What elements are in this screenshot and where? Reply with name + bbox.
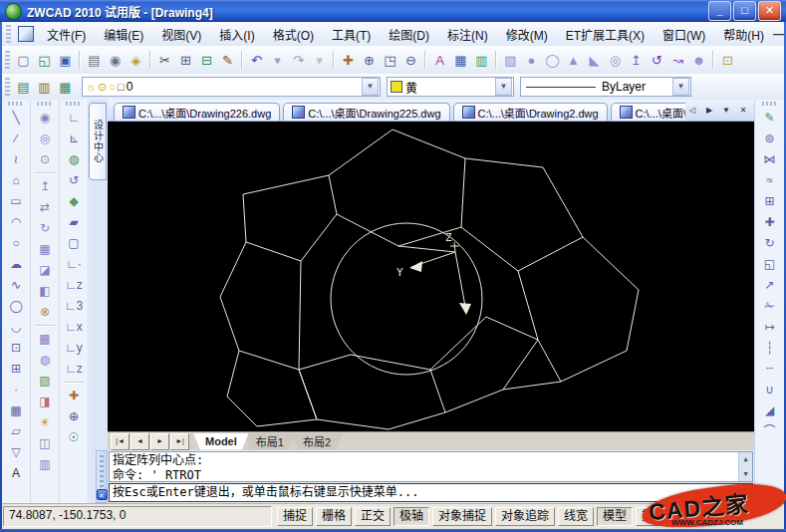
break-icon[interactable]: ┄ xyxy=(757,359,782,380)
undo-icon[interactable]: ↶ xyxy=(246,50,267,71)
intersect-icon[interactable]: ⊙ xyxy=(33,149,58,170)
etransmit-icon[interactable]: ◈ xyxy=(126,50,146,71)
redo-dropdown-icon[interactable]: ▾ xyxy=(309,50,330,71)
insert-block-icon[interactable]: ⊡ xyxy=(4,338,29,359)
previous-ucs-icon[interactable]: ↺ xyxy=(62,170,87,191)
layer-combobox[interactable]: ☼⊙○□ 0 ▼ xyxy=(82,77,381,97)
region-icon[interactable]: ▱ xyxy=(4,421,29,442)
cut-icon[interactable]: ✂ xyxy=(154,50,175,71)
copy-icon[interactable]: ⊞ xyxy=(175,50,196,71)
join-icon[interactable]: ∪ xyxy=(757,380,782,400)
layout-tab[interactable]: Model xyxy=(193,433,249,450)
status-toggle-模型[interactable]: 模型 xyxy=(597,507,633,526)
three-point-ucs-icon[interactable]: ∟3 xyxy=(62,296,87,317)
solid-cylinder-icon[interactable]: ◯ xyxy=(542,50,563,71)
menu-item[interactable]: 标注(N) xyxy=(438,23,497,46)
paste-icon[interactable]: ⊟ xyxy=(196,50,217,71)
menu-item[interactable]: 修改(M) xyxy=(497,23,557,46)
tab-list-button[interactable]: ▼ xyxy=(719,104,733,118)
trim-icon[interactable]: ✁ xyxy=(757,296,782,317)
extrude-icon[interactable]: ↥ xyxy=(626,50,647,71)
multiline-text-icon[interactable]: A xyxy=(4,463,29,484)
rotate-3d-icon[interactable]: ↻ xyxy=(33,218,58,239)
scale-icon[interactable]: ◱ xyxy=(757,254,782,275)
status-toggle-对象捕捉[interactable]: 对象捕捉 xyxy=(432,507,492,526)
standards-icon[interactable]: ▥ xyxy=(471,50,492,71)
materials-icon[interactable]: ▨ xyxy=(33,371,58,392)
print-icon[interactable]: ▤ xyxy=(84,50,105,71)
last-tab-button[interactable]: ►| xyxy=(170,433,189,450)
offset-icon[interactable]: ≈ xyxy=(757,170,782,191)
subtract-icon[interactable]: ◎ xyxy=(33,129,58,149)
origin-ucs-icon[interactable]: ∟· xyxy=(62,254,87,275)
open-icon[interactable]: ◱ xyxy=(34,50,55,71)
linetype-combobox[interactable]: ByLayer ▼ xyxy=(520,77,691,97)
y-rotate-ucs-icon[interactable]: ∟y xyxy=(62,338,87,359)
zoom-previous-icon[interactable]: ⊖ xyxy=(400,50,421,71)
menu-item[interactable]: 文件(F) xyxy=(38,23,95,46)
drawing-security-icon[interactable]: ⊡ xyxy=(717,50,738,71)
revision-cloud-icon[interactable]: ☁ xyxy=(4,254,29,275)
render-window-icon[interactable]: ◫ xyxy=(33,433,58,454)
section-icon[interactable]: ◧ xyxy=(33,281,58,302)
layer-previous-icon[interactable]: ▦ xyxy=(55,77,76,98)
print-preview-icon[interactable]: ◉ xyxy=(105,50,126,71)
move-3d-icon[interactable]: ⇄ xyxy=(33,197,58,218)
copy-object-icon[interactable]: ⊚ xyxy=(757,129,782,149)
fillet-icon[interactable]: ⌒ xyxy=(757,421,782,442)
chevron-down-icon[interactable]: ▼ xyxy=(362,78,379,96)
wipeout-icon[interactable]: ▽ xyxy=(4,442,29,463)
status-toggle-捕捉[interactable]: 捕捉 xyxy=(277,507,313,526)
toolbar-grip[interactable] xyxy=(8,102,24,106)
lights-icon[interactable]: ☀ xyxy=(33,412,58,433)
next-tab-button[interactable]: ► xyxy=(150,433,169,450)
status-toggle-线宽[interactable]: 线宽 xyxy=(558,507,594,526)
menu-item[interactable]: 视图(V) xyxy=(152,23,210,46)
new-icon[interactable]: ▢ xyxy=(13,50,34,71)
maximize-button[interactable]: □ xyxy=(733,1,756,21)
toolbar-grip[interactable] xyxy=(5,51,10,69)
layout-tab[interactable]: 布局1 xyxy=(244,433,296,450)
aerial-view-icon[interactable]: ☉ xyxy=(62,427,87,448)
face-ucs-icon[interactable]: ▰ xyxy=(62,212,87,233)
menu-item[interactable]: 插入(I) xyxy=(210,23,263,46)
world-ucs-icon[interactable]: ◍ xyxy=(62,149,87,170)
mirror-icon[interactable]: ⋈ xyxy=(757,149,782,170)
document-tab[interactable]: C:\...\桌面\Dr xyxy=(611,103,685,121)
spline-icon[interactable]: ∿ xyxy=(4,275,29,296)
toolbar-grip[interactable] xyxy=(6,25,11,43)
layer-states-icon[interactable]: ▦ xyxy=(450,50,471,71)
toolbar-grip[interactable] xyxy=(5,78,10,96)
toolbar-grip[interactable] xyxy=(66,102,82,106)
first-tab-button[interactable]: |◄ xyxy=(111,433,130,450)
solid-cone-icon[interactable]: ▲ xyxy=(563,50,584,71)
point-icon[interactable]: · xyxy=(4,380,29,400)
chevron-down-icon[interactable]: ▼ xyxy=(672,78,689,96)
make-block-icon[interactable]: ⊞ xyxy=(4,359,29,380)
pan-icon[interactable]: ✚ xyxy=(62,386,87,406)
design-center-tab[interactable]: 设计中心 xyxy=(89,103,107,180)
status-toggle-栅格[interactable]: 栅格 xyxy=(316,507,352,526)
zoom-realtime-icon[interactable]: ⊕ xyxy=(359,50,380,71)
drawing-canvas[interactable]: YZ xyxy=(108,122,754,431)
polygon-icon[interactable]: ⌂ xyxy=(4,170,29,191)
ellipse-arc-icon[interactable]: ◡ xyxy=(4,317,29,338)
ucs-icon[interactable]: ∟ xyxy=(62,108,87,129)
union-icon[interactable]: ◉ xyxy=(33,108,58,129)
array-icon[interactable]: ⊞ xyxy=(757,191,782,212)
z-rotate-ucs-icon[interactable]: ∟z xyxy=(62,359,87,380)
solid-box-icon[interactable]: ▧ xyxy=(500,50,521,71)
drawing-file-icon[interactable] xyxy=(18,26,34,42)
interfere-icon[interactable]: ⊗ xyxy=(33,302,58,323)
zoom-icon[interactable]: ⊕ xyxy=(62,406,87,427)
toolbar-grip[interactable] xyxy=(37,102,53,106)
toolbar-grip[interactable] xyxy=(762,102,778,106)
menu-item[interactable]: ET扩展工具(X) xyxy=(557,23,654,46)
prev-tab-button[interactable]: ◄ xyxy=(131,433,149,450)
solid-sphere-icon[interactable]: ● xyxy=(521,50,542,71)
solid-torus-icon[interactable]: ◎ xyxy=(605,50,626,71)
command-close-button[interactable]: ✕ xyxy=(97,489,108,500)
construction-line-icon[interactable]: ∕ xyxy=(4,129,29,149)
layer-properties-icon[interactable]: ▤ xyxy=(13,77,34,98)
zoom-window-icon[interactable]: ◳ xyxy=(380,50,400,71)
